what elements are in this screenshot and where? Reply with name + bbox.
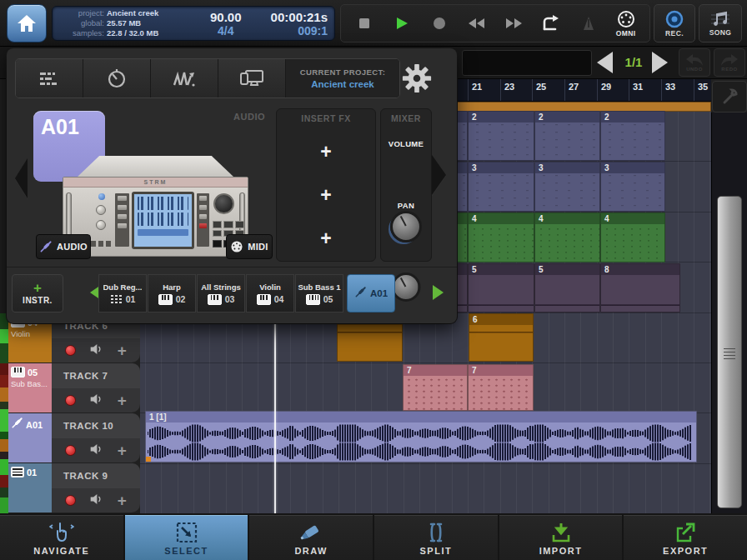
track-record-button[interactable] — [65, 495, 76, 506]
track-record-button[interactable] — [65, 345, 76, 356]
clip[interactable]: 7 — [403, 364, 468, 411]
settings-button[interactable] — [399, 60, 435, 97]
page-next-button[interactable] — [652, 52, 668, 73]
speaker-icon[interactable] — [89, 443, 103, 458]
next-instrument-arrow[interactable] — [432, 155, 446, 195]
track-header-body: TRACK 7+ — [52, 363, 140, 412]
record-button[interactable] — [428, 7, 451, 40]
clip[interactable]: 4 — [534, 212, 600, 262]
metronome-button[interactable] — [577, 7, 600, 40]
project-info-display[interactable]: project:Ancient creekglobal:25.57 MBsamp… — [52, 6, 335, 41]
clip[interactable]: 4 — [468, 212, 534, 262]
forward-button[interactable] — [502, 7, 525, 40]
select-tool-button[interactable]: SELECT — [125, 515, 248, 560]
scrollbar-thumb[interactable] — [717, 196, 742, 508]
waveform-icon — [173, 69, 196, 88]
navigate-tool-button[interactable]: NAVIGATE — [0, 515, 123, 560]
tab-devices[interactable] — [218, 59, 286, 98]
clip-start-handle[interactable] — [146, 457, 151, 462]
speaker-icon[interactable] — [89, 493, 103, 508]
sampler-led — [98, 193, 105, 200]
add-fx-slot-2[interactable]: + — [277, 184, 375, 207]
clip[interactable]: 3 — [600, 162, 665, 212]
clip-audio[interactable]: 1 [1] — [145, 411, 697, 462]
transport-bar: OMNI — [340, 4, 650, 42]
home-button[interactable] — [7, 4, 47, 42]
track-add-button[interactable]: + — [118, 342, 127, 358]
redo-button[interactable]: REDO — [714, 48, 745, 77]
track-icon-line: A01 — [11, 417, 49, 432]
track-header: A01TRACK 10+ — [8, 413, 140, 463]
track-name[interactable]: TRACK 7 — [52, 363, 140, 388]
rec-mode-button[interactable]: REC. — [654, 4, 695, 42]
volume-knob[interactable] — [390, 211, 422, 242]
tempo-display[interactable]: 90.00 4/4 — [193, 10, 258, 38]
add-fx-slot-3[interactable]: + — [277, 228, 375, 250]
track-color-tab[interactable]: 05Sub Bas... — [8, 363, 52, 412]
tab-tracks[interactable] — [16, 59, 83, 98]
instrument-item-selected[interactable]: A01 — [347, 274, 395, 312]
omni-button[interactable]: OMNI — [614, 7, 638, 40]
track-color-tab[interactable]: 01 — [8, 463, 52, 512]
instrument-item[interactable]: Sub Bass 105 — [295, 274, 343, 312]
instrument-item[interactable]: All Strings03 — [197, 274, 245, 312]
import-tool-button[interactable]: IMPORT — [499, 515, 623, 560]
clip[interactable]: 5 — [534, 263, 600, 312]
clip[interactable]: 2 — [534, 111, 600, 161]
midi-din-icon — [230, 240, 243, 253]
track-add-button[interactable]: + — [118, 442, 127, 458]
instrument-item[interactable]: Harp02 — [148, 274, 196, 312]
track-header: 01TRACK 9+ — [8, 463, 140, 513]
draw-tool-button[interactable]: DRAW — [249, 515, 373, 560]
loop-button[interactable] — [539, 7, 563, 40]
track-name[interactable]: TRACK 9 — [52, 463, 140, 488]
current-project-box[interactable]: CURRENT PROJECT: Ancient creek — [286, 59, 399, 98]
midi-input-button[interactable]: MIDI — [226, 234, 273, 259]
clip-label: 5 — [472, 264, 477, 275]
play-button[interactable] — [390, 7, 414, 40]
tab-audio-waves[interactable] — [151, 59, 218, 98]
rewind-button[interactable] — [465, 7, 489, 40]
song-label: SONG — [709, 28, 732, 37]
clip[interactable]: 7 — [468, 364, 534, 411]
add-fx-slot-1[interactable]: + — [277, 141, 375, 163]
instrument-item[interactable]: Dub Reg...01 — [98, 274, 147, 312]
tab-mixer[interactable] — [83, 59, 151, 98]
song-mode-button[interactable]: SONG — [699, 4, 742, 42]
clip-body — [601, 224, 664, 262]
prev-instrument-arrow[interactable] — [15, 158, 28, 198]
track-tools-button[interactable] — [712, 81, 747, 112]
track-color-tab[interactable]: A01 — [8, 413, 52, 462]
speaker-icon[interactable] — [89, 343, 103, 358]
clip-body — [535, 224, 599, 262]
sampler-brand-label: STRM — [63, 178, 248, 188]
time-display[interactable]: 00:00:21s 009:1 — [258, 10, 334, 38]
audio-output-button[interactable]: AUDIO — [36, 234, 91, 259]
clip[interactable]: 2 — [468, 111, 534, 161]
track-add-button[interactable]: + — [118, 392, 127, 408]
track-add-button[interactable]: + — [118, 492, 127, 508]
clip[interactable]: 6 — [469, 313, 534, 362]
instrument-item[interactable]: Violin04 — [246, 274, 294, 312]
split-tool-button[interactable]: SPLIT — [374, 515, 498, 560]
clip[interactable]: 8 — [600, 263, 680, 312]
clip[interactable]: 5 — [468, 263, 534, 312]
clip[interactable]: 4 — [600, 212, 665, 262]
undo-button[interactable]: UNDO — [679, 48, 710, 77]
instrument-scroll-right[interactable] — [433, 285, 444, 300]
info-value: 22.8 / 32.0 MB — [107, 28, 158, 38]
clip[interactable]: 3 — [534, 162, 600, 212]
track-record-button[interactable] — [65, 445, 76, 456]
clip-label: 2 — [539, 112, 544, 122]
export-tool-button[interactable]: EXPORT — [624, 515, 747, 560]
clip[interactable]: 3 — [468, 162, 534, 212]
stop-button[interactable] — [353, 7, 376, 40]
page-prev-button[interactable] — [597, 52, 613, 73]
track-name[interactable]: TRACK 10 — [52, 413, 140, 438]
clip[interactable]: 2 — [600, 111, 665, 161]
ruler-tick — [564, 79, 565, 102]
add-instrument-button[interactable]: + INSTR. — [12, 274, 63, 312]
sampler-knob-1 — [96, 205, 106, 215]
track-record-button[interactable] — [65, 395, 76, 406]
speaker-icon[interactable] — [89, 393, 103, 408]
